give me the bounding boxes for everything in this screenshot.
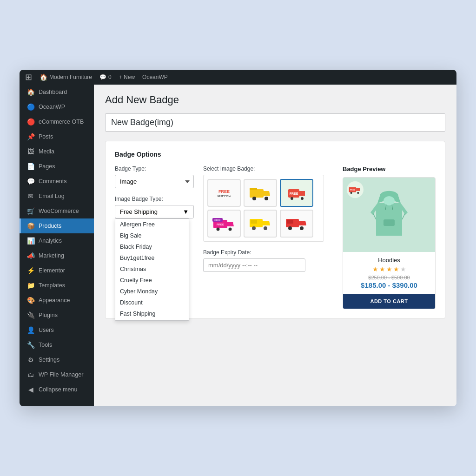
sidebar-label-templates: Templates — [39, 282, 65, 289]
badge-image-6[interactable] — [280, 210, 313, 238]
badge-image-2[interactable] — [244, 179, 277, 207]
dropdown-list-item[interactable]: Christmas — [115, 264, 189, 275]
sidebar-label-dashboard: Dashboard — [39, 89, 67, 95]
svg-line-35 — [402, 213, 405, 219]
product-preview-card: FREE — [343, 177, 436, 309]
svg-point-3 — [264, 197, 268, 200]
ecommerce-icon: 🔴 — [26, 118, 35, 126]
dropdown-list-item[interactable]: Black Friday — [115, 241, 189, 252]
sidebar-item-templates[interactable]: 📁 Templates — [20, 278, 94, 293]
sidebar-item-woocommerce[interactable]: 🛒 WooCommerce — [20, 204, 94, 218]
badge-image-4[interactable]: FREE FREE — [207, 210, 241, 238]
sidebar-item-appearance[interactable]: 🎨 Appearance — [20, 293, 94, 308]
dropdown-list-item[interactable]: Discount — [115, 297, 189, 308]
sidebar-label-oceanwp: OceanWP — [39, 104, 65, 110]
sale-price: $185.00 - $390.00 — [348, 281, 430, 289]
badge-name-input[interactable] — [105, 113, 445, 132]
badge-image-1[interactable]: FREE SHIPPING — [207, 179, 241, 207]
sidebar-item-media[interactable]: 🖼 Media — [20, 144, 94, 159]
tools-icon: 🔧 — [26, 341, 35, 349]
home-icon: 🏠 — [40, 73, 47, 81]
star-4: ★ — [393, 265, 399, 273]
dropdown-value: Free Shipping — [120, 208, 158, 215]
dropdown-list-item[interactable]: Cruelty Free — [115, 275, 189, 286]
dashboard-icon: 🏠 — [26, 88, 35, 96]
sidebar-item-wp-file-manager[interactable]: 🗂 WP File Manager — [20, 367, 94, 382]
badge-image-5[interactable] — [244, 210, 277, 238]
sidebar: 🏠 Dashboard 🔵 OceanWP 🔴 eCommerce OTB 📌 … — [20, 85, 94, 406]
svg-point-8 — [291, 197, 293, 200]
comments-item[interactable]: 💬 0 — [99, 74, 112, 80]
sidebar-item-collapse[interactable]: ◀ Collapse menu — [20, 382, 94, 397]
comments-sidebar-icon: 💬 — [26, 178, 35, 185]
dropdown-trigger[interactable]: Free Shipping ▼ — [115, 205, 194, 218]
sidebar-item-ecommerce[interactable]: 🔴 eCommerce OTB — [20, 114, 94, 129]
sidebar-item-pages[interactable]: 📄 Pages — [20, 159, 94, 174]
svg-rect-21 — [251, 220, 257, 224]
sidebar-item-plugins[interactable]: 🔌 Plugins — [20, 308, 94, 323]
badge-preview-overlay: FREE — [347, 181, 364, 198]
page-title: Add New Badge — [105, 94, 445, 106]
star-1: ★ — [372, 265, 378, 273]
svg-point-9 — [301, 197, 304, 200]
svg-point-20 — [264, 226, 267, 230]
site-name-item[interactable]: 🏠 Modern Furniture — [40, 73, 92, 81]
plugins-icon: 🔌 — [26, 311, 35, 319]
badge-image-3[interactable]: FREE — [280, 179, 313, 207]
sidebar-item-products[interactable]: 📦 Products — [20, 218, 94, 233]
dropdown-list-item[interactable]: Buy1get1free — [115, 252, 189, 264]
dropdown-list: Allergen FreeBig SaleBlack FridayBuy1get… — [115, 218, 189, 321]
sidebar-item-tools[interactable]: 🔧 Tools — [20, 337, 94, 352]
posts-icon: 📌 — [26, 133, 35, 140]
sidebar-item-analytics[interactable]: 📊 Analytics — [20, 233, 94, 248]
svg-point-14 — [229, 228, 232, 231]
woo-icon: 🛒 — [26, 207, 35, 215]
elementor-icon: ⚡ — [26, 267, 35, 274]
expiry-date-input[interactable] — [203, 258, 305, 272]
sidebar-item-oceanwp[interactable]: 🔵 OceanWP — [20, 99, 94, 114]
dropdown-list-item[interactable]: Fathers Day — [115, 319, 189, 321]
truck-red-svg — [285, 215, 308, 232]
dropdown-list-item[interactable]: Allergen Free — [115, 219, 189, 230]
sidebar-item-elementor[interactable]: ⚡ Elementor — [20, 263, 94, 278]
dropdown-list-item[interactable]: Big Sale — [115, 230, 189, 241]
image-badge-type-label: Image Badge Type: — [115, 196, 194, 202]
left-controls: Badge Type: Image Text Custom Image Badg… — [115, 165, 194, 309]
comments-count: 0 — [108, 74, 112, 80]
svg-text:FREE: FREE — [290, 192, 298, 195]
sidebar-item-email-log[interactable]: ✉ Email Log — [20, 189, 94, 204]
sidebar-item-marketing[interactable]: 📣 Marketing — [20, 248, 94, 263]
marketing-icon: 📣 — [26, 252, 35, 259]
badge-type-select[interactable]: Image Text Custom — [115, 175, 194, 188]
badge-options-card: Badge Options Badge Type: Image Text Cus… — [105, 141, 445, 319]
collapse-icon: ◀ — [26, 386, 35, 393]
main-layout: 🏠 Dashboard 🔵 OceanWP 🔴 eCommerce OTB 📌 … — [20, 85, 456, 406]
new-item[interactable]: + New — [119, 74, 135, 80]
sidebar-item-comments[interactable]: 💬 Comments — [20, 174, 94, 189]
dropdown-list-item[interactable]: Cyber Monday — [115, 286, 189, 297]
product-image-area: FREE — [343, 178, 435, 252]
truck-yellow-svg — [249, 185, 272, 201]
hoodie-svg — [366, 187, 412, 243]
svg-point-32 — [383, 196, 395, 205]
sidebar-label-posts: Posts — [39, 133, 53, 140]
add-to-cart-button[interactable]: ADD TO CART — [343, 294, 435, 309]
sidebar-item-users[interactable]: 👤 Users — [20, 323, 94, 337]
products-icon: 📦 — [26, 222, 35, 230]
svg-rect-4 — [250, 188, 257, 190]
oceanwp-icon: 🔵 — [26, 103, 35, 111]
dropdown-list-item[interactable]: Fast Shipping — [115, 308, 189, 319]
product-name: Hoodies — [348, 257, 430, 264]
sidebar-item-posts[interactable]: 📌 Posts — [20, 129, 94, 144]
theme-item[interactable]: OceanWP — [142, 74, 168, 80]
chevron-down-icon: ▼ — [183, 208, 189, 215]
dropdown-container: Free Shipping ▼ Allergen FreeBig SaleBla… — [115, 205, 194, 218]
badge-images-grid: FREE SHIPPING — [203, 175, 324, 242]
badge-type-group: Badge Type: Image Text Custom — [115, 165, 194, 188]
svg-marker-18 — [263, 221, 270, 225]
select-image-badge-label: Select Image Badge: — [203, 165, 333, 172]
analytics-icon: 📊 — [26, 237, 35, 245]
sidebar-item-settings[interactable]: ⚙ Settings — [20, 352, 94, 367]
sidebar-item-dashboard[interactable]: 🏠 Dashboard — [20, 85, 94, 99]
sidebar-label-filemanager: WP File Manager — [39, 371, 83, 378]
